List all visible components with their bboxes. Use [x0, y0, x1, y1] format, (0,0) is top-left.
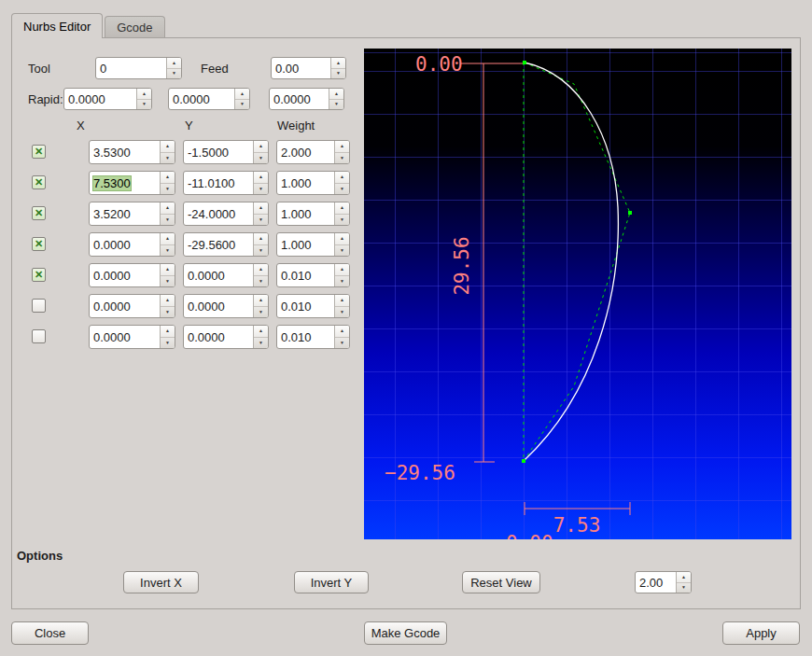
scale-value-field[interactable]: 2.00 [636, 572, 676, 593]
spin-up-icon[interactable]: ▲ [329, 89, 343, 100]
point-x-spinbox[interactable]: 0.0000 ▲▼ [89, 263, 175, 287]
spin-up-icon[interactable]: ▲ [335, 295, 349, 307]
spin-up-icon[interactable]: ▲ [335, 326, 349, 338]
point-weight-spinbox[interactable]: 1.000 ▲▼ [276, 171, 350, 195]
point-weight-spinbox[interactable]: 2.000 ▲▼ [276, 140, 350, 164]
point-y-field[interactable]: 0.0000 [184, 326, 253, 348]
point-y-spinbox[interactable]: 0.0000 ▲▼ [183, 325, 269, 349]
spin-up-icon[interactable]: ▲ [335, 141, 349, 153]
point-y-stepper[interactable]: ▲▼ [253, 264, 268, 286]
tool-spinbox[interactable]: 0 ▲▼ [95, 57, 182, 79]
point-weight-spinbox[interactable]: 1.000 ▲▼ [276, 202, 350, 226]
scale-spinbox[interactable]: 2.00 ▲▼ [635, 571, 692, 593]
point-x-stepper[interactable]: ▲▼ [160, 202, 175, 225]
spin-down-icon[interactable]: ▼ [161, 245, 175, 257]
spin-up-icon[interactable]: ▲ [254, 172, 268, 184]
spin-down-icon[interactable]: ▼ [161, 307, 175, 318]
tool-stepper[interactable]: ▲▼ [166, 58, 181, 78]
point-x-stepper[interactable]: ▲▼ [160, 141, 175, 163]
point-enabled-checkbox[interactable] [32, 329, 46, 343]
spin-down-icon[interactable]: ▼ [235, 100, 249, 110]
point-weight-spinbox[interactable]: 0.010 ▲▼ [276, 325, 350, 349]
point-x-stepper[interactable]: ▲▼ [160, 295, 175, 317]
point-y-spinbox[interactable]: -24.0000 ▲▼ [183, 202, 269, 226]
point-x-spinbox[interactable]: 7.5300 ▲▼ [89, 171, 175, 195]
spin-up-icon[interactable]: ▲ [254, 202, 268, 215]
spin-up-icon[interactable]: ▲ [235, 89, 249, 100]
invert-x-button[interactable]: Invert X [123, 571, 199, 593]
point-weight-spinbox[interactable]: 0.010 ▲▼ [276, 294, 350, 318]
rapid-z-stepper[interactable]: ▲▼ [329, 89, 343, 109]
feed-spinbox[interactable]: 0.00 ▲▼ [271, 57, 346, 79]
rapid-x-value-field[interactable]: 0.0000 [64, 89, 136, 109]
spin-up-icon[interactable]: ▲ [161, 233, 175, 245]
point-x-field[interactable]: 3.5200 [90, 202, 160, 225]
point-y-field[interactable]: -24.0000 [184, 202, 253, 225]
spin-up-icon[interactable]: ▲ [161, 141, 175, 153]
spin-down-icon[interactable]: ▼ [329, 100, 343, 110]
spin-down-icon[interactable]: ▼ [161, 338, 175, 349]
control-point-marker[interactable] [628, 211, 632, 215]
point-weight-stepper[interactable]: ▲▼ [334, 141, 349, 163]
point-enabled-checkbox[interactable] [32, 299, 46, 313]
spin-up-icon[interactable]: ▲ [254, 233, 268, 245]
spin-down-icon[interactable]: ▼ [335, 338, 349, 349]
spin-down-icon[interactable]: ▼ [254, 338, 268, 349]
spin-down-icon[interactable]: ▼ [335, 184, 349, 195]
point-weight-field[interactable]: 1.000 [277, 233, 334, 256]
spin-down-icon[interactable]: ▼ [137, 100, 151, 110]
scale-stepper[interactable]: ▲▼ [676, 572, 691, 593]
point-y-field[interactable]: 0.0000 [184, 264, 253, 286]
spin-up-icon[interactable]: ▲ [161, 326, 175, 338]
spin-down-icon[interactable]: ▼ [161, 215, 175, 226]
point-x-field[interactable]: 0.0000 [90, 326, 160, 348]
spin-down-icon[interactable]: ▼ [335, 307, 349, 318]
spin-down-icon[interactable]: ▼ [677, 583, 691, 593]
tool-value-field[interactable]: 0 [96, 58, 166, 78]
spin-down-icon[interactable]: ▼ [254, 245, 268, 257]
rapid-y-spinbox[interactable]: 0.0000 ▲▼ [168, 88, 250, 110]
spin-up-icon[interactable]: ▲ [161, 172, 175, 184]
point-weight-stepper[interactable]: ▲▼ [334, 233, 349, 256]
point-y-stepper[interactable]: ▲▼ [253, 295, 268, 317]
spin-down-icon[interactable]: ▼ [161, 276, 175, 287]
spin-down-icon[interactable]: ▼ [254, 153, 268, 164]
point-weight-spinbox[interactable]: 1.000 ▲▼ [276, 232, 350, 257]
spin-down-icon[interactable]: ▼ [335, 153, 349, 164]
spin-up-icon[interactable]: ▲ [331, 58, 345, 69]
point-y-field[interactable]: -11.0100 [184, 172, 253, 194]
point-x-stepper[interactable]: ▲▼ [160, 264, 175, 286]
tab-gcode[interactable]: Gcode [105, 16, 164, 37]
point-enabled-checkbox[interactable]: ✕ [32, 206, 46, 220]
rapid-x-stepper[interactable]: ▲▼ [136, 89, 151, 109]
spin-down-icon[interactable]: ▼ [254, 276, 268, 287]
spin-up-icon[interactable]: ▲ [254, 141, 268, 153]
point-x-field[interactable]: 7.5300 [90, 172, 160, 194]
reset-view-button[interactable]: Reset View [462, 571, 540, 593]
point-x-stepper[interactable]: ▲▼ [160, 326, 175, 348]
point-weight-field[interactable]: 0.010 [277, 326, 334, 348]
spin-up-icon[interactable]: ▲ [335, 202, 349, 215]
spin-up-icon[interactable]: ▲ [161, 295, 175, 307]
point-y-stepper[interactable]: ▲▼ [253, 202, 268, 225]
point-y-spinbox[interactable]: -11.0100 ▲▼ [183, 171, 269, 195]
spin-down-icon[interactable]: ▼ [161, 184, 175, 195]
point-x-spinbox[interactable]: 3.5300 ▲▼ [89, 140, 175, 164]
spin-up-icon[interactable]: ▲ [335, 172, 349, 184]
point-y-stepper[interactable]: ▲▼ [253, 141, 268, 163]
invert-y-button[interactable]: Invert Y [294, 571, 369, 593]
point-weight-field[interactable]: 0.010 [277, 295, 334, 317]
spin-up-icon[interactable]: ▲ [335, 264, 349, 276]
point-enabled-checkbox[interactable]: ✕ [32, 145, 46, 159]
control-point-marker[interactable] [523, 61, 526, 64]
spin-down-icon[interactable]: ▼ [167, 69, 181, 79]
point-x-field[interactable]: 0.0000 [90, 295, 160, 317]
spin-down-icon[interactable]: ▼ [254, 307, 268, 318]
feed-value-field[interactable]: 0.00 [272, 58, 330, 78]
point-weight-stepper[interactable]: ▲▼ [334, 172, 349, 194]
feed-stepper[interactable]: ▲▼ [330, 58, 345, 78]
rapid-x-spinbox[interactable]: 0.0000 ▲▼ [63, 88, 152, 110]
point-x-stepper[interactable]: ▲▼ [160, 172, 175, 194]
spin-down-icon[interactable]: ▼ [254, 215, 268, 226]
tab-nurbs-editor[interactable]: Nurbs Editor [11, 13, 103, 38]
